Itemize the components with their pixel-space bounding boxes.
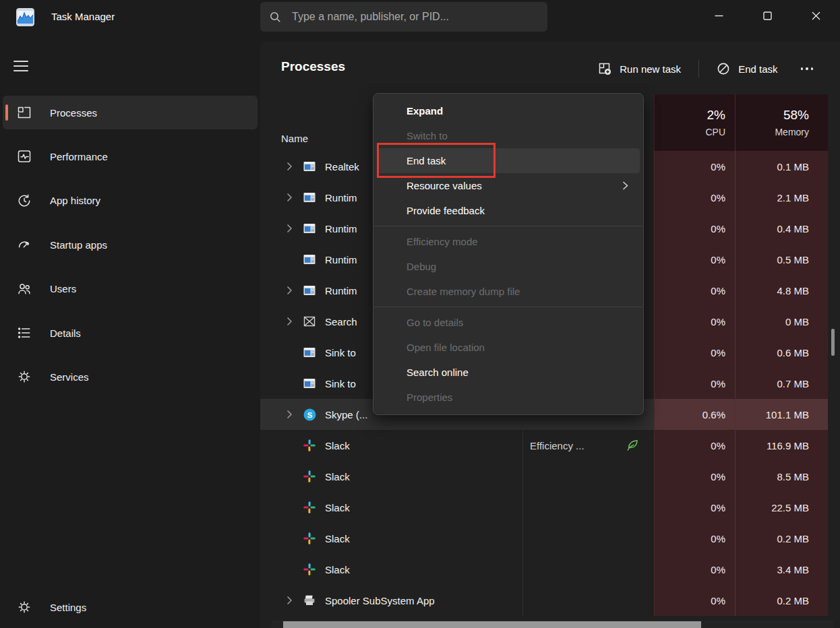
status-cell bbox=[522, 554, 654, 585]
menu-separator bbox=[374, 226, 642, 226]
sidebar-item-details[interactable]: Details bbox=[3, 316, 258, 350]
process-name-cell: Slack bbox=[260, 430, 522, 461]
details-icon bbox=[16, 325, 32, 341]
sidebar-item-label: Services bbox=[50, 371, 89, 383]
run-new-task-icon bbox=[598, 62, 611, 75]
memory-value-cell: 0.4 MB bbox=[735, 213, 828, 244]
sidebar-item-processes[interactable]: Processes bbox=[3, 96, 258, 129]
sidebar-item-startup-apps[interactable]: Startup apps bbox=[3, 228, 258, 261]
cpu-value-cell: 0% bbox=[654, 151, 735, 182]
process-name-cell: Spooler SubSystem App bbox=[260, 585, 522, 616]
context-menu: ExpandSwitch toEnd taskResource valuesPr… bbox=[373, 93, 644, 415]
process-row-slack[interactable]: Slack Efficiency ... 0% 116.9 MB bbox=[260, 430, 840, 461]
efficiency-leaf-icon bbox=[626, 438, 640, 453]
column-header-memory[interactable]: 58% Memory bbox=[735, 94, 828, 151]
menu-separator bbox=[374, 307, 642, 307]
process-icon-window bbox=[302, 191, 317, 204]
memory-value-cell: 3.4 MB bbox=[735, 554, 828, 585]
memory-value-cell: 0.2 MB bbox=[735, 523, 828, 554]
process-row-slack[interactable]: Slack 0% 8.5 MB bbox=[260, 461, 840, 492]
menu-item-debug: Debug bbox=[373, 254, 643, 279]
search-input[interactable] bbox=[291, 10, 538, 24]
sidebar-item-settings[interactable]: Settings bbox=[3, 592, 258, 623]
process-name: Slack bbox=[325, 471, 350, 482]
expand-chevron-icon[interactable] bbox=[282, 193, 296, 202]
menu-item-expand[interactable]: Expand bbox=[373, 98, 643, 123]
memory-value-cell: 0.5 MB bbox=[735, 244, 828, 275]
startup-apps-icon bbox=[16, 237, 32, 253]
cpu-value-cell: 0% bbox=[654, 213, 735, 244]
expand-chevron-icon[interactable] bbox=[282, 162, 296, 171]
process-name: Runtim bbox=[325, 254, 357, 265]
process-icon-slack bbox=[302, 470, 317, 483]
expand-chevron-icon[interactable] bbox=[282, 317, 296, 326]
sidebar-item-label: Details bbox=[50, 327, 81, 339]
sidebar-item-users[interactable]: Users bbox=[3, 272, 258, 306]
process-name: Sink to bbox=[325, 378, 356, 389]
cpu-value-cell: 0% bbox=[654, 585, 735, 616]
window-controls bbox=[694, 0, 840, 31]
search-bar[interactable] bbox=[260, 2, 547, 32]
end-task-icon bbox=[717, 62, 730, 75]
task-manager-window: Task Manager Pro bbox=[0, 0, 840, 628]
memory-value-cell: 4.8 MB bbox=[735, 275, 828, 306]
horizontal-scrollbar-thumb[interactable] bbox=[283, 621, 701, 628]
maximize-button[interactable] bbox=[743, 0, 791, 31]
cpu-value-cell: 0% bbox=[654, 337, 735, 368]
expand-chevron-icon[interactable] bbox=[282, 224, 296, 233]
process-icon-window bbox=[302, 346, 317, 359]
process-icon-window bbox=[302, 377, 317, 390]
process-name-cell: Slack bbox=[260, 554, 522, 585]
sidebar: Processes Performance App history Startu… bbox=[0, 35, 260, 628]
expand-chevron-icon[interactable] bbox=[282, 596, 296, 605]
sidebar-item-app-history[interactable]: App history bbox=[3, 184, 258, 218]
memory-value-cell: 0.1 MB bbox=[735, 151, 828, 182]
sidebar-item-services[interactable]: Services bbox=[3, 360, 258, 394]
process-icon-window bbox=[302, 160, 317, 173]
sidebar-item-performance[interactable]: Performance bbox=[3, 139, 258, 173]
memory-header-label: Memory bbox=[775, 127, 809, 137]
process-name: Runtim bbox=[325, 285, 357, 296]
vertical-scrollbar[interactable] bbox=[831, 329, 835, 356]
menu-item-efficiency-mode: Efficiency mode bbox=[373, 229, 643, 254]
end-task-label: End task bbox=[738, 63, 777, 75]
expand-chevron-icon[interactable] bbox=[282, 410, 296, 419]
process-icon-window bbox=[302, 222, 317, 235]
close-button[interactable] bbox=[791, 0, 840, 31]
column-header-cpu[interactable]: 2% CPU bbox=[654, 94, 735, 151]
selected-accent-bar bbox=[5, 104, 8, 121]
process-icon-printer bbox=[302, 594, 317, 607]
horizontal-scrollbar-track[interactable] bbox=[272, 620, 833, 628]
memory-total-percent: 58% bbox=[783, 108, 809, 123]
task-manager-app-icon bbox=[16, 8, 34, 26]
process-row-slack[interactable]: Slack 0% 3.4 MB bbox=[260, 554, 840, 585]
cpu-value-cell: 0% bbox=[654, 461, 735, 492]
app-history-icon bbox=[16, 193, 32, 209]
menu-toggle-button[interactable] bbox=[13, 57, 32, 75]
process-icon-slack bbox=[302, 501, 317, 514]
run-new-task-label: Run new task bbox=[620, 63, 681, 75]
memory-value-cell: 116.9 MB bbox=[735, 430, 828, 461]
end-task-button[interactable]: End task bbox=[706, 56, 788, 82]
sidebar-item-label: Users bbox=[50, 283, 76, 294]
more-options-button[interactable] bbox=[789, 56, 826, 82]
process-name: Runtim bbox=[325, 192, 357, 203]
column-header-name[interactable]: Name bbox=[281, 133, 308, 144]
cpu-value-cell: 0% bbox=[654, 554, 735, 585]
status-cell: Efficiency ... bbox=[522, 430, 654, 461]
process-name: Search bbox=[325, 316, 357, 327]
minimize-button[interactable] bbox=[694, 0, 743, 31]
titlebar: Task Manager bbox=[0, 0, 840, 35]
process-icon-searchx bbox=[302, 315, 317, 328]
memory-value-cell: 0 MB bbox=[735, 306, 828, 337]
process-row-slack[interactable]: Slack 0% 22.5 MB bbox=[260, 492, 840, 523]
run-new-task-button[interactable]: Run new task bbox=[587, 56, 692, 82]
process-row-slack[interactable]: Slack 0% 0.2 MB bbox=[260, 523, 840, 554]
sidebar-item-label: Processes bbox=[50, 107, 97, 119]
menu-item-search-online[interactable]: Search online bbox=[373, 360, 643, 385]
expand-chevron-icon[interactable] bbox=[282, 286, 296, 295]
cpu-value-cell: 0% bbox=[654, 430, 735, 461]
menu-item-provide-feedback[interactable]: Provide feedback bbox=[373, 198, 643, 223]
toolbar-divider bbox=[698, 60, 699, 77]
process-row-spooler-subsystem-app[interactable]: Spooler SubSystem App 0% 0.2 MB bbox=[260, 585, 840, 616]
